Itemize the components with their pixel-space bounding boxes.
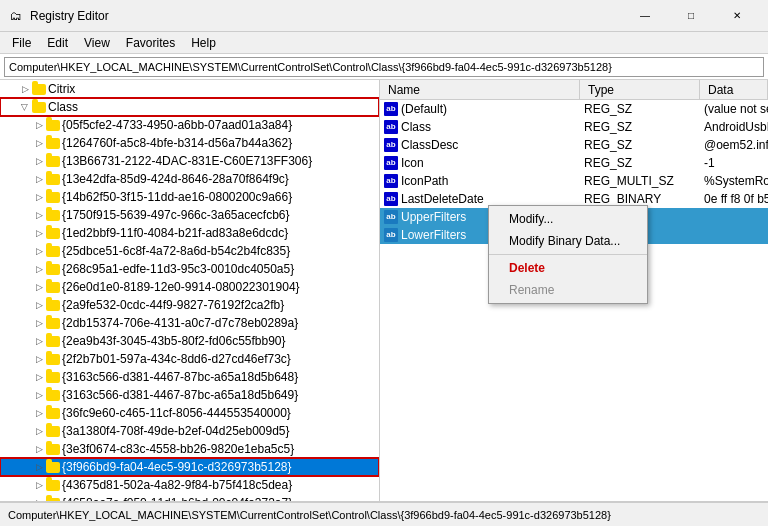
tree-item-19[interactable]: ▷ {3e3f0674-c83c-4558-bb26-9820e1eba5c5} — [0, 440, 379, 458]
tree-item-12[interactable]: ▷ {2db15374-706e-4131-a0c7-d7c78eb0289a} — [0, 314, 379, 332]
expand-4[interactable]: ▷ — [32, 172, 46, 186]
tree-item-selected[interactable]: ▷ {3f966bd9-fa04-4ec5-991c-d326973b5128} — [0, 458, 379, 476]
table-row[interactable]: ab (Default) REG_SZ (value not set) — [380, 100, 768, 118]
expand-18[interactable]: ▷ — [32, 424, 46, 438]
tree-item-8[interactable]: ▷ {25dbce51-6c8f-4a72-8a6d-b54c2b4fc835} — [0, 242, 379, 260]
tree-item-9[interactable]: ▷ {268c95a1-edfe-11d3-95c3-0010dc4050a5} — [0, 260, 379, 278]
folder-icon-citrix — [32, 82, 46, 96]
expand-citrix[interactable]: ▷ — [18, 82, 32, 96]
tree-item-20[interactable]: ▷ {43675d81-502a-4a82-9f84-b75f418c5dea} — [0, 476, 379, 494]
expand-3[interactable]: ▷ — [32, 154, 46, 168]
expand-20[interactable]: ▷ — [32, 478, 46, 492]
context-item-modify[interactable]: Modify... — [489, 208, 647, 230]
tree-label-18: {3a1380f4-708f-49de-b2ef-04d25eb009d5} — [62, 424, 290, 438]
tree-item-2[interactable]: ▷ {1264760f-a5c8-4bfe-b314-d56a7b44a362} — [0, 134, 379, 152]
expand-13[interactable]: ▷ — [32, 334, 46, 348]
col-header-type[interactable]: Type — [580, 80, 700, 100]
tree-item-10[interactable]: ▷ {26e0d1e0-8189-12e0-9914-080022301904} — [0, 278, 379, 296]
menu-view[interactable]: View — [76, 32, 118, 54]
cell-data-default: (value not set) — [700, 100, 768, 118]
tree-label-7: {1ed2bbf9-11f0-4084-b21f-ad83a8e6dcdc} — [62, 226, 288, 240]
tree-item-4[interactable]: ▷ {13e42dfa-85d9-424d-8646-28a70f864f9c} — [0, 170, 379, 188]
folder-icon-17 — [46, 406, 60, 420]
expand-selected[interactable]: ▷ — [32, 460, 46, 474]
tree-item-21[interactable]: ▷ {4658ee7e-f050-11d1-b6bd-00c04fa372a7} — [0, 494, 379, 501]
expand-15[interactable]: ▷ — [32, 370, 46, 384]
expand-6[interactable]: ▷ — [32, 208, 46, 222]
tree-item-1[interactable]: ▷ {05f5cfe2-4733-4950-a6bb-07aad01a3a84} — [0, 116, 379, 134]
expand-1[interactable]: ▷ — [32, 118, 46, 132]
context-item-modify-binary[interactable]: Modify Binary Data... — [489, 230, 647, 252]
menu-edit[interactable]: Edit — [39, 32, 76, 54]
menu-help[interactable]: Help — [183, 32, 224, 54]
menu-favorites[interactable]: Favorites — [118, 32, 183, 54]
tree-item-6[interactable]: ▷ {1750f915-5639-497c-966c-3a65acecfcb6} — [0, 206, 379, 224]
tree-item-16[interactable]: ▷ {3163c566-d381-4467-87bc-a65a18d5b649} — [0, 386, 379, 404]
tree-item-18[interactable]: ▷ {3a1380f4-708f-49de-b2ef-04d25eb009d5} — [0, 422, 379, 440]
cell-data-lastdeletedate: 0e ff f8 0f b5 ef da 01 — [700, 190, 768, 208]
app-icon: 🗂 — [8, 8, 24, 24]
table-row[interactable]: ab Icon REG_SZ -1 — [380, 154, 768, 172]
folder-icon-16 — [46, 388, 60, 402]
expand-14[interactable]: ▷ — [32, 352, 46, 366]
expand-10[interactable]: ▷ — [32, 280, 46, 294]
folder-icon-class — [32, 100, 46, 114]
context-menu: Modify... Modify Binary Data... Delete R… — [488, 205, 648, 304]
address-path[interactable]: Computer\HKEY_LOCAL_MACHINE\SYSTEM\Curre… — [4, 57, 764, 77]
address-bar: Computer\HKEY_LOCAL_MACHINE\SYSTEM\Curre… — [0, 54, 768, 80]
table-row[interactable]: ab ClassDesc REG_SZ @oem52.inf,%ClassNam… — [380, 136, 768, 154]
expand-5[interactable]: ▷ — [32, 190, 46, 204]
reg-icon-lowerfilters: ab — [384, 228, 398, 242]
expand-21[interactable]: ▷ — [32, 496, 46, 501]
col-header-data[interactable]: Data — [700, 80, 768, 100]
tree-item-17[interactable]: ▷ {36fc9e60-c465-11cf-8056-444553540000} — [0, 404, 379, 422]
tree-item-5[interactable]: ▷ {14b62f50-3f15-11dd-ae16-0800200c9a66} — [0, 188, 379, 206]
tree-label-14: {2f2b7b01-597a-434c-8dd6-d27cd46ef73c} — [62, 352, 291, 366]
tree-item-11[interactable]: ▷ {2a9fe532-0cdc-44f9-9827-76192f2ca2fb} — [0, 296, 379, 314]
expand-9[interactable]: ▷ — [32, 262, 46, 276]
expand-7[interactable]: ▷ — [32, 226, 46, 240]
cell-name-label-iconpath: IconPath — [401, 174, 448, 188]
tree-label-3: {13B66731-2122-4DAC-831E-C60E713FF306} — [62, 154, 312, 168]
tree-scroll[interactable]: ▷ Citrix ▷ Class ▷ {05f5cfe2-4733-4950-a… — [0, 80, 379, 501]
tree-item-13[interactable]: ▷ {2ea9b43f-3045-43b5-80f2-fd06c55fbb90} — [0, 332, 379, 350]
expand-2[interactable]: ▷ — [32, 136, 46, 150]
tree-label-19: {3e3f0674-c83c-4558-bb26-9820e1eba5c5} — [62, 442, 294, 456]
col-header-name[interactable]: Name — [380, 80, 580, 100]
cell-name-label: (Default) — [401, 102, 447, 116]
tree-item-14[interactable]: ▷ {2f2b7b01-597a-434c-8dd6-d27cd46ef73c} — [0, 350, 379, 368]
expand-19[interactable]: ▷ — [32, 442, 46, 456]
tree-item-citrix[interactable]: ▷ Citrix — [0, 80, 379, 98]
cell-name-label-class: Class — [401, 120, 431, 134]
folder-icon-15 — [46, 370, 60, 384]
cell-name-classdesc: ab ClassDesc — [380, 136, 580, 154]
tree-item-class[interactable]: ▷ Class — [0, 98, 379, 116]
tree-label-12: {2db15374-706e-4131-a0c7-d7c78eb0289a} — [62, 316, 298, 330]
cell-name-label-classdesc: ClassDesc — [401, 138, 458, 152]
cell-data-class: AndroidUsbDeviceClass — [700, 118, 768, 136]
tree-label-15: {3163c566-d381-4467-87bc-a65a18d5b648} — [62, 370, 298, 384]
expand-12[interactable]: ▷ — [32, 316, 46, 330]
expand-11[interactable]: ▷ — [32, 298, 46, 312]
status-text: Computer\HKEY_LOCAL_MACHINE\SYSTEM\Curre… — [8, 509, 611, 521]
folder-icon-12 — [46, 316, 60, 330]
tree-item-15[interactable]: ▷ {3163c566-d381-4467-87bc-a65a18d5b648} — [0, 368, 379, 386]
menu-file[interactable]: File — [4, 32, 39, 54]
tree-label-17: {36fc9e60-c465-11cf-8056-444553540000} — [62, 406, 291, 420]
close-button[interactable]: ✕ — [714, 0, 760, 32]
table-row[interactable]: ab Class REG_SZ AndroidUsbDeviceClass — [380, 118, 768, 136]
expand-class[interactable]: ▷ — [18, 100, 32, 114]
expand-16[interactable]: ▷ — [32, 388, 46, 402]
status-bar: Computer\HKEY_LOCAL_MACHINE\SYSTEM\Curre… — [0, 502, 768, 526]
tree-item-3[interactable]: ▷ {13B66731-2122-4DAC-831E-C60E713FF306} — [0, 152, 379, 170]
expand-8[interactable]: ▷ — [32, 244, 46, 258]
expand-17[interactable]: ▷ — [32, 406, 46, 420]
table-row[interactable]: ab IconPath REG_MULTI_SZ %SystemRoot%\Sy… — [380, 172, 768, 190]
maximize-button[interactable]: □ — [668, 0, 714, 32]
context-item-rename[interactable]: Rename — [489, 279, 647, 301]
minimize-button[interactable]: — — [622, 0, 668, 32]
context-item-delete[interactable]: Delete — [489, 257, 647, 279]
tree-item-7[interactable]: ▷ {1ed2bbf9-11f0-4084-b21f-ad83a8e6dcdc} — [0, 224, 379, 242]
cell-type-class: REG_SZ — [580, 118, 700, 136]
tree-label-8: {25dbce51-6c8f-4a72-8a6d-b54c2b4fc835} — [62, 244, 290, 258]
